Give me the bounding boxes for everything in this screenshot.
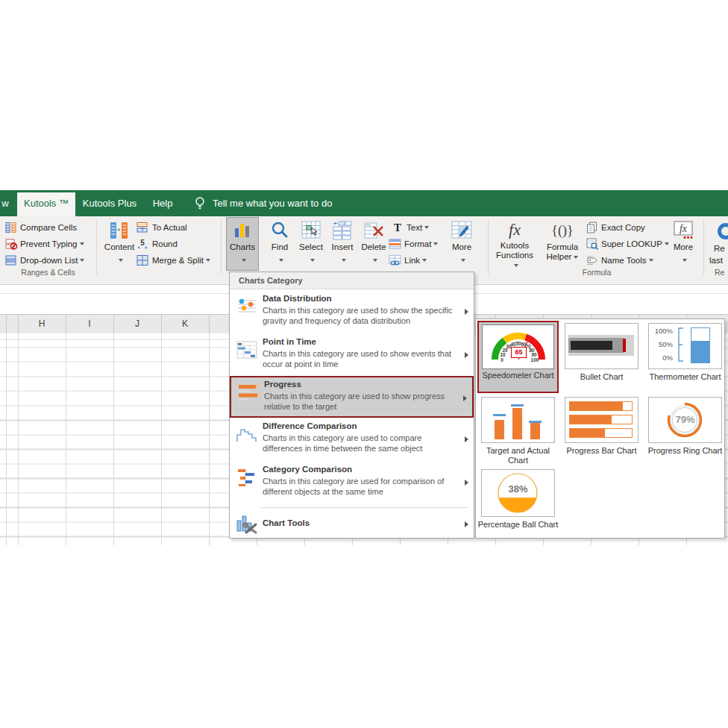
ring-value: 79% — [649, 414, 721, 425]
formula-helper-button[interactable]: {()} Formula Helper — [541, 218, 584, 270]
tell-me-box[interactable]: Tell me what you want to do — [213, 190, 332, 216]
select-button[interactable]: Select — [296, 218, 326, 270]
actual-bar — [512, 408, 522, 439]
prevent-typing-button[interactable]: Prevent Typing — [4, 236, 84, 251]
column-header-j[interactable]: J — [113, 315, 161, 333]
round-button[interactable]: 5 Round — [136, 236, 178, 251]
category-comparison-icon — [236, 468, 258, 490]
find-label: Find — [272, 242, 288, 251]
drop-down-list-label: Drop-down List — [20, 256, 78, 265]
link-button[interactable]: Link — [389, 253, 427, 268]
tab-kutools[interactable]: Kutools ™ — [17, 192, 75, 216]
exact-copy-icon — [586, 222, 598, 233]
prevent-typing-label: Prevent Typing — [20, 239, 78, 248]
menu-item-difference-comparison[interactable]: Difference Comparison Charts in this cat… — [230, 418, 474, 461]
ribbon-tab-bar: w Kutools ™ Kutools Plus Help Tell me wh… — [0, 190, 728, 216]
format-icon — [389, 238, 401, 250]
gauge-tick: 0 — [501, 357, 503, 363]
group-separator — [703, 219, 704, 274]
text-icon: T — [391, 222, 404, 233]
to-actual-button[interactable]: To Actual — [136, 220, 187, 235]
more-tools-button[interactable]: More — [446, 218, 477, 270]
find-button[interactable]: Find — [265, 218, 295, 270]
chart-tools-icon — [236, 514, 258, 538]
group-label-ranges-cells: Ranges & Cells — [0, 266, 96, 278]
bullet-measure-bar — [571, 341, 612, 350]
dropdown-caret-icon — [424, 226, 429, 229]
submenu-arrow-icon — [465, 480, 468, 486]
menu-item-progress[interactable]: Progress Charts in this category are use… — [230, 376, 474, 418]
bullet-chart-thumbnail — [565, 323, 638, 369]
delete-button[interactable]: Delete — [359, 218, 389, 270]
name-tools-icon — [586, 254, 598, 266]
target-tick — [529, 421, 542, 423]
compare-cells-button[interactable]: Compare Cells — [4, 220, 77, 235]
svg-text:fx: fx — [509, 220, 521, 239]
insert-button[interactable]: Insert — [327, 218, 357, 270]
tile-target-and-actual-chart[interactable]: Target and Actual Chart — [477, 397, 559, 465]
kutools-functions-label: Kutools Functions — [496, 241, 533, 260]
tile-percentage-ball-chart[interactable]: 38% Percentage Ball Chart — [477, 469, 559, 530]
gauge-tick: 100 — [531, 357, 539, 363]
gauge-tick: 90 — [531, 352, 536, 357]
more-tools-label: More — [452, 242, 471, 251]
column-header-h[interactable]: H — [18, 315, 66, 333]
super-lookup-label: Super LOOKUP — [601, 239, 662, 248]
tile-progress-bar-chart[interactable]: Progress Bar Chart — [561, 397, 642, 456]
tab-help[interactable]: Help — [146, 190, 179, 216]
speedometer-chart-thumbnail: 0 10 20 30 40 50 60 70 80 90 100 65 — [482, 324, 554, 369]
column-header-k[interactable]: K — [161, 315, 209, 333]
dropdown-caret-icon — [574, 256, 578, 259]
menu-header: Charts Category — [230, 272, 474, 289]
name-tools-button[interactable]: Name Tools — [586, 253, 653, 268]
column-header-i[interactable]: I — [66, 315, 113, 333]
dropdown-caret-icon — [682, 259, 687, 262]
kutools-functions-button[interactable]: fx Kutools Functions — [494, 218, 536, 270]
gauge-value: 65 — [511, 347, 527, 358]
menu-item-data-distribution[interactable]: Data Distribution Charts in this categor… — [230, 291, 474, 333]
super-lookup-button[interactable]: Super LOOKUP — [586, 236, 669, 251]
charts-category-menu: Charts Category Data Distribution Charts… — [229, 272, 474, 539]
tile-speedometer-chart[interactable]: 0 10 20 30 40 50 60 70 80 90 100 65 Spee… — [477, 321, 559, 393]
menu-item-desc: Charts in this category are used for com… — [263, 476, 458, 497]
tile-bullet-chart[interactable]: Bullet Chart — [561, 323, 642, 382]
dropdown-caret-icon — [373, 259, 377, 262]
menu-item-category-comparison[interactable]: Category Comparison Charts in this categ… — [230, 462, 474, 504]
content-button[interactable]: Content — [102, 218, 136, 270]
dropdown-caret-icon — [242, 259, 246, 262]
content-label: Content — [104, 242, 134, 251]
tile-progress-ring-chart[interactable]: 79% Progress Ring Chart — [644, 397, 726, 456]
exact-copy-button[interactable]: Exact Copy — [586, 220, 645, 235]
tab-kutools-plus[interactable]: Kutools Plus — [78, 190, 141, 216]
drop-down-list-button[interactable]: Drop-down List — [4, 253, 84, 268]
menu-item-title: Progress — [264, 380, 301, 389]
menu-separator — [261, 507, 468, 508]
delete-label: Delete — [361, 242, 386, 251]
charts-button[interactable]: Charts — [227, 218, 258, 270]
dropdown-caret-icon — [461, 259, 465, 262]
compare-cells-label: Compare Cells — [20, 223, 77, 232]
progress-bar-fill — [570, 415, 612, 424]
dropdown-caret-icon — [80, 259, 84, 262]
progress-bar-track — [569, 428, 633, 438]
dropdown-caret-icon — [80, 242, 84, 245]
tile-label: Progress Bar Chart — [561, 446, 642, 456]
menu-item-title: Difference Comparison — [263, 421, 357, 430]
menu-item-point-in-time[interactable]: Point in Time Charts in this category ar… — [230, 334, 474, 376]
insert-icon — [333, 219, 352, 242]
menu-item-chart-tools[interactable]: Chart Tools — [230, 512, 474, 536]
more-formula-icon: fx — [672, 219, 694, 242]
format-button[interactable]: Format — [389, 236, 438, 251]
text-button[interactable]: T Text — [391, 220, 429, 235]
tab-view-partial[interactable]: w — [0, 190, 10, 216]
submenu-arrow-icon — [465, 309, 468, 315]
menu-item-desc: Charts in this category are used to show… — [263, 305, 458, 326]
charts-label: Charts — [230, 242, 255, 251]
more-formula-button[interactable]: fx More — [668, 218, 698, 270]
merge-split-button[interactable]: Merge & Split — [136, 253, 210, 268]
tile-thermometer-chart[interactable]: 100% 50% 0% Thermometer Chart — [644, 323, 726, 382]
link-icon — [389, 254, 401, 266]
format-label: Format — [404, 239, 431, 248]
rerun-label-partial[interactable]: Re — [714, 244, 725, 253]
thermometer-bracket-icon — [676, 327, 686, 364]
